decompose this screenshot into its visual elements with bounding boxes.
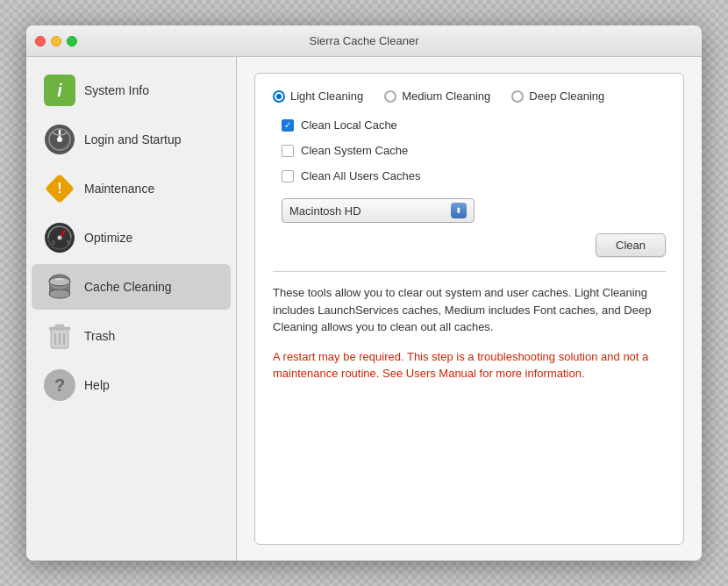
main-window: Sierra Cache Cleaner i System Info: [26, 25, 702, 561]
drive-dropdown-row: Macintosh HD ⬍: [282, 198, 666, 223]
checkbox-label-all-users: Clean All Users Caches: [301, 169, 421, 182]
sidebar-label-optimize: Optimize: [84, 231, 132, 245]
close-button[interactable]: [35, 36, 46, 46]
content-area: i System Info Login and Startup: [26, 57, 702, 561]
svg-rect-17: [55, 325, 64, 328]
sidebar-item-maintenance[interactable]: ! Maintenance: [32, 166, 231, 211]
help-icon: ?: [44, 369, 75, 401]
clean-button[interactable]: Clean: [596, 233, 666, 257]
maximize-button[interactable]: [67, 36, 77, 46]
sidebar-item-help[interactable]: ? Help: [32, 362, 231, 408]
sidebar-label-system-info: System Info: [84, 83, 149, 97]
maintenance-icon: !: [44, 173, 75, 204]
radio-label-deep: Deep Cleaning: [529, 89, 604, 103]
svg-text:0: 0: [52, 239, 55, 246]
description-text: These tools allow you to clear out syste…: [273, 284, 666, 336]
sidebar-label-trash: Trash: [84, 329, 115, 343]
radio-medium-cleaning[interactable]: Medium Cleaning: [384, 89, 490, 103]
checkbox-row-local-cache[interactable]: Clean Local Cache: [282, 118, 666, 132]
clean-button-row: Clean: [273, 233, 666, 257]
optimize-icon: 0 9: [44, 222, 75, 254]
sidebar-item-trash[interactable]: Trash: [32, 313, 231, 359]
sidebar-item-system-info[interactable]: i System Info: [32, 68, 231, 113]
checkbox-row-all-users[interactable]: Clean All Users Caches: [282, 169, 666, 182]
sidebar-item-cache-cleaning[interactable]: Cache Cleaning: [32, 264, 231, 310]
cleaning-type-radio-group: Light Cleaning Medium Cleaning Deep Clea…: [273, 89, 666, 103]
sidebar-label-login-startup: Login and Startup: [84, 132, 182, 146]
login-startup-icon: [44, 124, 75, 155]
minimize-button[interactable]: [51, 36, 61, 46]
checkbox-row-system-cache[interactable]: Clean System Cache: [282, 144, 666, 157]
cache-options-checkboxes: Clean Local Cache Clean System Cache Cle…: [282, 118, 666, 182]
sidebar-label-help: Help: [84, 378, 110, 392]
svg-point-3: [57, 137, 62, 142]
sidebar-label-cache-cleaning: Cache Cleaning: [84, 280, 172, 294]
main-panel: Light Cleaning Medium Cleaning Deep Clea…: [237, 57, 702, 561]
svg-point-13: [49, 289, 70, 298]
svg-text:9: 9: [67, 239, 70, 246]
radio-deep-cleaning[interactable]: Deep Cleaning: [511, 89, 604, 103]
checkbox-all-users[interactable]: [282, 170, 294, 182]
checkbox-local-cache[interactable]: [282, 119, 294, 132]
radio-label-light: Light Cleaning: [290, 89, 363, 103]
radio-circle-light: [273, 90, 285, 103]
inner-content-box: Light Cleaning Medium Cleaning Deep Clea…: [254, 73, 684, 545]
window-title: Sierra Cache Cleaner: [309, 34, 418, 47]
cache-cleaning-icon: [44, 271, 75, 303]
radio-circle-medium: [384, 90, 396, 103]
sidebar: i System Info Login and Startup: [26, 57, 237, 561]
svg-text:!: !: [57, 181, 61, 196]
svg-point-8: [58, 236, 62, 240]
trash-icon: [44, 320, 75, 352]
sidebar-label-maintenance: Maintenance: [84, 182, 154, 196]
titlebar: Sierra Cache Cleaner: [26, 25, 702, 57]
radio-label-medium: Medium Cleaning: [402, 89, 490, 103]
sidebar-item-optimize[interactable]: 0 9 Optimize: [32, 215, 231, 261]
checkbox-system-cache[interactable]: [282, 145, 294, 157]
radio-circle-deep: [511, 90, 524, 103]
radio-light-cleaning[interactable]: Light Cleaning: [273, 89, 363, 103]
dropdown-value: Macintosh HD: [289, 204, 361, 218]
traffic-lights: [26, 36, 77, 46]
warning-text: A restart may be required. This step is …: [273, 348, 666, 382]
drive-dropdown[interactable]: Macintosh HD ⬍: [282, 198, 475, 223]
system-info-icon: i: [44, 75, 75, 106]
section-divider: [273, 271, 666, 272]
checkbox-label-local-cache: Clean Local Cache: [301, 118, 397, 132]
checkbox-label-system-cache: Clean System Cache: [301, 144, 408, 157]
sidebar-item-login-startup[interactable]: Login and Startup: [32, 117, 231, 162]
dropdown-arrow-icon: ⬍: [451, 203, 467, 218]
